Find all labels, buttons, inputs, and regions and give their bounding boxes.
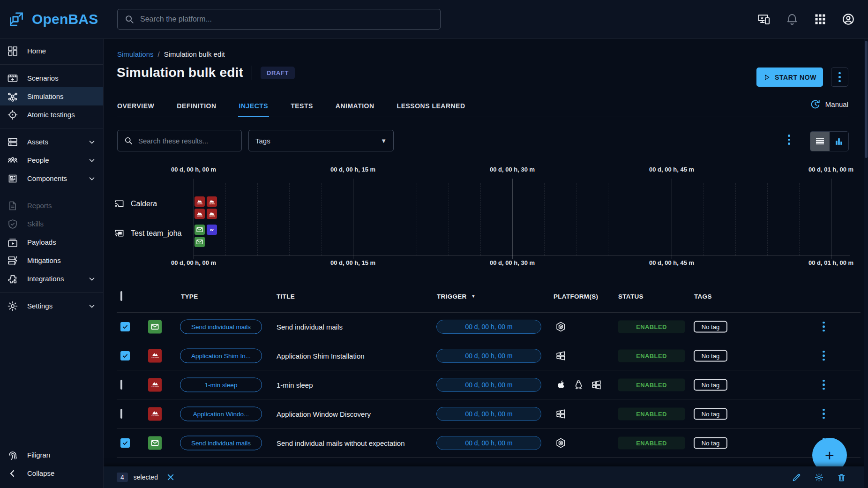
row-checkbox[interactable] — [120, 381, 122, 389]
edit-icon[interactable] — [792, 473, 801, 482]
tab-tests[interactable]: TESTS — [291, 94, 313, 117]
tab-animation[interactable]: ANIMATION — [336, 94, 374, 117]
table-row[interactable]: CALDERA Application Shim In... Applicati… — [117, 341, 861, 370]
row-menu-button[interactable] — [823, 409, 825, 419]
chevron-down-icon[interactable] — [88, 156, 96, 165]
timeline-tick-top: 00 d, 01 h, 00 m — [808, 166, 853, 173]
timeline-group-caldera: Caldera — [114, 198, 157, 209]
global-search[interactable] — [117, 9, 441, 30]
chevron-down-icon[interactable] — [88, 275, 96, 283]
inject-title: Application Shim Installation — [277, 352, 365, 360]
tab-definition[interactable]: DEFINITION — [177, 94, 216, 117]
column-header-platforms[interactable]: PLATFORM(S) — [554, 293, 598, 300]
chevron-down-icon[interactable] — [88, 302, 96, 310]
sort-desc-icon: ▼ — [471, 294, 476, 299]
sidebar-item-filigran[interactable]: Filigran — [0, 446, 103, 464]
more-vert-icon — [823, 409, 825, 419]
tab-lessons-learned[interactable]: LESSONS LEARNED — [397, 94, 465, 117]
table-row[interactable]: Send individual mails Send individual ma… — [117, 428, 861, 458]
row-menu-button[interactable] — [823, 351, 825, 361]
notifications-icon[interactable] — [786, 13, 799, 26]
breadcrumb-simulations-link[interactable]: Simulations — [117, 50, 154, 58]
sidebar-item-assets[interactable]: Assets — [0, 133, 103, 151]
play-icon — [763, 74, 771, 81]
platforms-cell — [555, 321, 567, 332]
timeline-inject-caldera[interactable]: CALDERA — [207, 209, 217, 219]
page-title: Simulation bulk edit — [117, 65, 243, 80]
header-more-button[interactable] — [831, 68, 848, 87]
sidebar-item-integrations[interactable]: Integrations — [0, 270, 103, 288]
account-icon[interactable] — [842, 13, 855, 26]
sidebar-item-skills[interactable]: Skills — [0, 215, 103, 233]
timeline-inject-media[interactable]: w — [207, 225, 217, 235]
timeline-inject-caldera[interactable]: CALDERA — [207, 196, 217, 207]
timeline-gridline-minor — [417, 183, 417, 255]
list-options-button[interactable] — [788, 135, 790, 145]
more-vert-icon — [788, 135, 790, 145]
windows-platform-icon — [555, 408, 567, 420]
timeline-tick-bottom: 00 d, 00 h, 45 m — [649, 259, 694, 266]
clear-selection-icon[interactable] — [166, 473, 175, 481]
fingerprint-icon — [7, 450, 18, 461]
sidebar-item-simulations[interactable]: Simulations — [0, 87, 103, 105]
trigger-chip: 00 d, 00 h, 00 m — [436, 320, 541, 334]
main-content: Simulations / Simulation bulk edit Simul… — [104, 39, 868, 488]
svg-text:CALDERA: CALDERA — [197, 215, 202, 217]
row-checkbox[interactable] — [120, 322, 130, 331]
apps-grid-icon[interactable] — [814, 13, 827, 26]
tags-filter-select[interactable]: Tags ▼ — [248, 130, 394, 151]
openbas-logo[interactable]: OpenBAS — [0, 9, 104, 29]
update-mode[interactable]: Manual — [810, 99, 848, 110]
row-checkbox[interactable] — [120, 351, 130, 360]
sidebar-item-people[interactable]: People — [0, 151, 103, 169]
tab-overview[interactable]: OVERVIEW — [117, 94, 154, 117]
start-now-button[interactable]: START NOW — [756, 68, 823, 87]
list-view-button[interactable] — [810, 132, 830, 151]
chevron-down-icon[interactable] — [88, 174, 96, 183]
inject-type-chip: Application Windo... — [180, 406, 262, 421]
sidebar-item-payloads[interactable]: Payloads — [0, 233, 103, 251]
column-header-title[interactable]: TITLE — [277, 293, 295, 300]
timeline-inject-caldera[interactable]: CALDERA — [195, 196, 205, 207]
sidebar-item-components[interactable]: Components — [0, 169, 103, 188]
sidebar-item-reports[interactable]: Reports — [0, 196, 103, 215]
results-search[interactable] — [117, 130, 242, 151]
sidebar-item-scenarios[interactable]: Scenarios — [0, 69, 103, 87]
table-row[interactable]: Send individual mails Send individual ma… — [117, 312, 861, 341]
table-row[interactable]: CALDERA Application Windo... Application… — [117, 399, 861, 428]
column-header-tags[interactable]: TAGS — [694, 293, 712, 300]
tab-injects[interactable]: INJECTS — [239, 94, 269, 117]
update-settings-icon[interactable] — [814, 473, 824, 482]
timeline-inject-email[interactable] — [195, 225, 205, 235]
sidebar-collapse-button[interactable]: Collapse — [0, 464, 103, 482]
timeline-tick-bottom: 00 d, 00 h, 00 m — [171, 259, 216, 266]
more-vert-icon — [838, 72, 841, 83]
title-divider — [252, 66, 252, 80]
distribution-view-button[interactable] — [830, 132, 849, 151]
row-checkbox[interactable] — [120, 438, 130, 448]
scrollbar-thumb[interactable] — [865, 41, 868, 158]
sidebar-item-mitigations[interactable]: Mitigations — [0, 251, 103, 270]
delete-icon[interactable] — [837, 473, 846, 482]
inject-title: 1-min sleep — [277, 381, 313, 389]
sidebar-item-atomic-testings[interactable]: Atomic testings — [0, 105, 103, 124]
column-header-status[interactable]: STATUS — [618, 293, 644, 300]
breadcrumb: Simulations / Simulation bulk edit — [117, 50, 225, 58]
column-header-type[interactable]: TYPE — [181, 293, 198, 300]
row-menu-button[interactable] — [823, 380, 825, 390]
results-search-input[interactable] — [138, 137, 235, 145]
select-all-checkbox[interactable] — [120, 292, 122, 300]
cast-icon — [114, 198, 125, 209]
row-checkbox[interactable] — [120, 410, 122, 418]
devices-icon[interactable] — [757, 13, 771, 26]
chevron-down-icon[interactable] — [88, 138, 96, 146]
global-search-input[interactable] — [140, 15, 434, 23]
timeline-inject-email[interactable] — [195, 237, 205, 247]
timeline-inject-caldera[interactable]: CALDERA — [195, 209, 205, 219]
row-menu-button[interactable] — [823, 322, 825, 332]
sidebar-item-home[interactable]: Home — [0, 42, 103, 60]
svg-text:CALDERA: CALDERA — [209, 215, 215, 217]
column-header-trigger[interactable]: TRIGGER▼ — [437, 293, 476, 300]
sidebar-item-settings[interactable]: Settings — [0, 297, 103, 315]
table-row[interactable]: CALDERA 1-min sleep 1-min sleep 00 d, 00… — [117, 370, 861, 399]
